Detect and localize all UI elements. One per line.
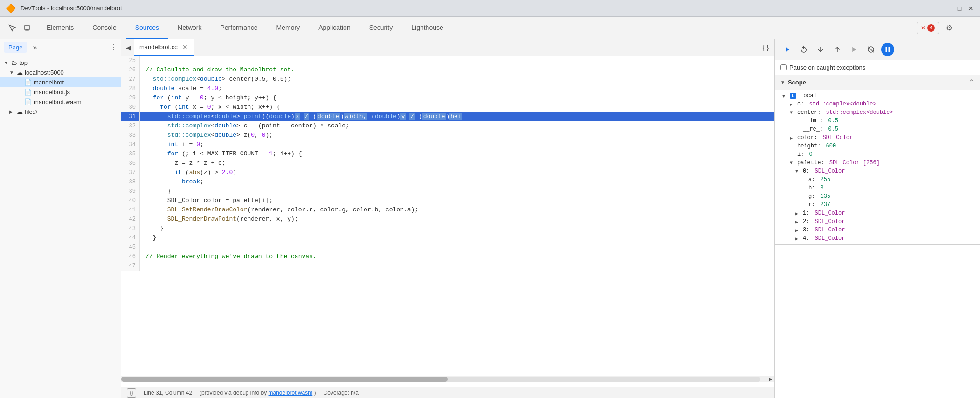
tab-performance[interactable]: Performance xyxy=(211,17,267,39)
tab-lighthouse[interactable]: Lighthouse xyxy=(402,17,453,39)
scope-item-palette-1[interactable]: ▶ 1: SDL_Color xyxy=(775,209,980,217)
code-file-tab[interactable]: mandelbrot.cc ✕ xyxy=(134,39,194,56)
code-line-37: 37 if (abs(z) > 2.0) xyxy=(121,168,774,177)
more-options-btn[interactable]: ⋮ xyxy=(959,21,973,35)
format-code-btn[interactable]: {} xyxy=(127,388,136,398)
chevron-down-icon: ▼ xyxy=(4,60,9,65)
code-line-35: 35 for (; i < MAX_ITER_COUNT - 1; i++) { xyxy=(121,149,774,159)
pause-on-exception-btn[interactable] xyxy=(881,43,894,56)
minimize-button[interactable]: — xyxy=(945,5,952,12)
cursor-position: Line 31, Column 42 xyxy=(144,390,192,396)
scope-item-color[interactable]: ▶ color: SDL_Color xyxy=(775,133,980,142)
code-status-bar: {} Line 31, Column 42 (provided via debu… xyxy=(121,387,774,398)
sidebar-more-btn[interactable]: » xyxy=(30,42,40,53)
code-scroll-area[interactable]: 25 26 // Calculate and draw the Mandelbr… xyxy=(121,56,774,376)
pause-exceptions-label: Pause on caught exceptions xyxy=(789,64,865,71)
sidebar-tabs: Page xyxy=(4,42,27,53)
code-panel: ◀ mandelbrot.cc ✕ { } 25 26 // xyxy=(121,39,775,398)
tab-sources[interactable]: Sources xyxy=(126,17,168,39)
horizontal-scrollbar[interactable]: ▶ xyxy=(121,376,774,382)
step-into-btn[interactable] xyxy=(814,43,827,56)
debug-toolbar xyxy=(775,39,980,60)
deactivate-breakpoints-btn[interactable] xyxy=(864,43,877,56)
code-line-45: 45 xyxy=(121,243,774,252)
devtools-icon: 🔶 xyxy=(6,3,16,14)
scope-item-palette-0-r[interactable]: r: 237 xyxy=(775,201,980,209)
scope-item-palette-4[interactable]: ▶ 4: SDL_Color xyxy=(775,234,980,243)
step-out-btn[interactable] xyxy=(831,43,844,56)
wasm-link[interactable]: mandelbrot.wasm xyxy=(269,390,313,396)
toolbar-right: ✕ 4 ⚙ ⋮ xyxy=(917,21,978,35)
chevron-down-icon: ▼ xyxy=(9,70,15,75)
scope-item-palette-2[interactable]: ▶ 2: SDL_Color xyxy=(775,217,980,226)
tab-elements[interactable]: Elements xyxy=(37,17,83,39)
code-line-44: 44 } xyxy=(121,233,774,243)
step-over-btn[interactable] xyxy=(797,43,810,56)
tree-label: mandelbrot xyxy=(34,79,64,86)
tree-label: localhost:5000 xyxy=(25,69,64,76)
main-layout: Page » ⋮ ▼ 🗁 top ▼ ☁ localhost:5000 ▶ 📄 xyxy=(0,39,980,398)
pause-exceptions-checkbox[interactable] xyxy=(780,64,787,70)
tree-item-top[interactable]: ▼ 🗁 top xyxy=(0,58,121,68)
scope-item-i[interactable]: i: 0 xyxy=(775,150,980,159)
tab-console[interactable]: Console xyxy=(83,17,125,39)
tree-item-mandelbrot-js[interactable]: ▶ 📄 mandelbrot.js xyxy=(0,87,121,97)
cloud-icon: ☁ xyxy=(17,108,23,115)
sidebar-tab-page[interactable]: Page xyxy=(4,42,27,53)
code-line-28: 28 double scale = 4.0; xyxy=(121,84,774,93)
device-toolbar-btn[interactable] xyxy=(21,21,34,35)
error-count-badge[interactable]: ✕ 4 xyxy=(917,22,939,34)
code-tab-filename: mandelbrot.cc xyxy=(139,43,178,50)
debug-panel: Pause on caught exceptions ▼ Scope ⌃ ▼ L… xyxy=(775,39,980,398)
tree-item-file[interactable]: ▶ ☁ file:// xyxy=(0,107,121,117)
sidebar-menu-btn[interactable]: ⋮ xyxy=(110,43,117,52)
scope-section-header[interactable]: ▼ Scope ⌃ xyxy=(775,75,980,90)
scroll-right-btn[interactable]: ▶ xyxy=(767,376,774,383)
code-tab-prev-btn[interactable]: ◀ xyxy=(123,42,134,53)
file-wasm-icon: 📄 xyxy=(24,98,32,105)
cloud-icon: ☁ xyxy=(17,69,23,76)
tree-item-localhost[interactable]: ▼ ☁ localhost:5000 xyxy=(0,68,121,77)
scope-item-re[interactable]: __re_: 0.5 xyxy=(775,125,980,133)
step-btn[interactable] xyxy=(848,43,861,56)
file-js-icon: 📄 xyxy=(24,89,32,96)
inspect-element-btn[interactable] xyxy=(6,21,19,35)
code-line-47: 47 xyxy=(121,261,774,271)
scope-item-palette-3[interactable]: ▶ 3: SDL_Color xyxy=(775,226,980,234)
tab-memory[interactable]: Memory xyxy=(267,17,310,39)
tree-item-mandelbrot-wasm[interactable]: ▶ 📄 mandelbrot.wasm xyxy=(0,97,121,107)
code-line-43: 43 } xyxy=(121,224,774,233)
code-line-27: 27 std::complex<double> center(0.5, 0.5)… xyxy=(121,75,774,84)
scope-item-palette-0[interactable]: ▼ 0: SDL_Color xyxy=(775,167,980,175)
scope-item-center[interactable]: ▼ center: std::complex<double> xyxy=(775,108,980,117)
scope-item-im[interactable]: __im_: 0.5 xyxy=(775,117,980,125)
tree-item-mandelbrot[interactable]: ▶ 📄 mandelbrot xyxy=(0,77,121,87)
code-tab-close-btn[interactable]: ✕ xyxy=(181,42,189,52)
code-line-46: 46 // Render everything we've drawn to t… xyxy=(121,252,774,261)
scope-item-c[interactable]: ▶ c: std::complex<double> xyxy=(775,100,980,108)
tab-network[interactable]: Network xyxy=(168,17,211,39)
code-line-26: 26 // Calculate and draw the Mandelbrot … xyxy=(121,65,774,75)
resume-btn[interactable] xyxy=(780,43,794,56)
close-button[interactable]: ✕ xyxy=(967,5,974,12)
tab-application[interactable]: Application xyxy=(309,17,360,39)
scope-collapse-btn[interactable]: ⌃ xyxy=(968,78,974,87)
title-bar: 🔶 DevTools - localhost:5000/mandelbrot —… xyxy=(0,0,980,17)
scope-title: Scope xyxy=(788,79,806,86)
code-editor[interactable]: 25 26 // Calculate and draw the Mandelbr… xyxy=(121,56,774,387)
code-line-32: 32 std::complex<double> c = (point - cen… xyxy=(121,121,774,131)
tab-security[interactable]: Security xyxy=(360,17,402,39)
scope-local-header[interactable]: ▼ L Local xyxy=(775,91,980,100)
svg-rect-2 xyxy=(856,47,856,52)
scope-item-palette-0-a[interactable]: a: 255 xyxy=(775,175,980,184)
code-tabs-bar: ◀ mandelbrot.cc ✕ { } xyxy=(121,39,774,56)
scope-item-height[interactable]: height: 600 xyxy=(775,142,980,150)
scope-item-palette[interactable]: ▼ palette: SDL_Color [256] xyxy=(775,159,980,167)
settings-btn[interactable]: ⚙ xyxy=(943,21,956,35)
code-format-btn[interactable]: { } xyxy=(759,42,773,53)
scope-item-palette-0-b[interactable]: b: 3 xyxy=(775,184,980,192)
svg-rect-0 xyxy=(24,26,30,29)
code-line-33: 33 std::complex<double> z(0, 0); xyxy=(121,131,774,140)
scope-item-palette-0-g[interactable]: g: 135 xyxy=(775,192,980,201)
maximize-button[interactable]: □ xyxy=(956,5,963,12)
